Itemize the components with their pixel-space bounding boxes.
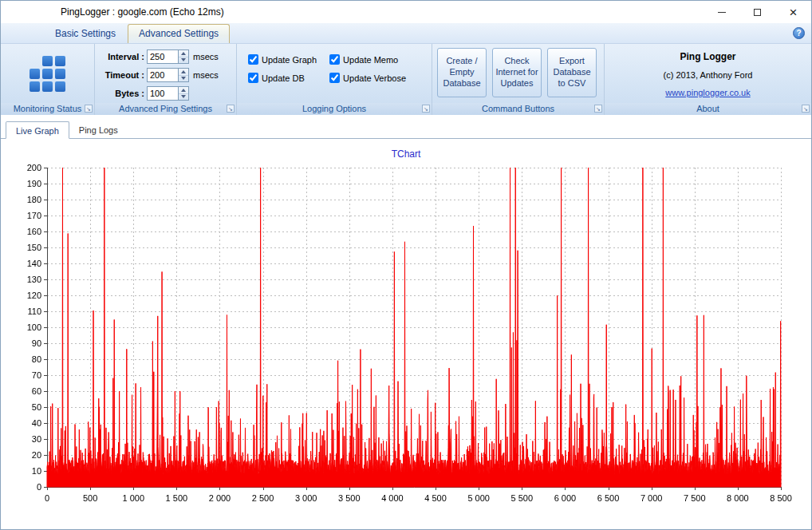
dialog-launcher-icon[interactable]: ↘ bbox=[227, 105, 235, 113]
group-caption-commands-label: Command Buttons bbox=[482, 104, 554, 113]
titlebar: PingLogger : google.com (Echo 12ms) × bbox=[1, 1, 811, 23]
update-verbose-label: Update Verbose bbox=[343, 73, 406, 83]
about-website-link[interactable]: www.pinglogger.co.uk bbox=[665, 88, 750, 97]
ribbon-tab-strip: Basic Settings Advanced Settings ? bbox=[1, 23, 811, 44]
bytes-input[interactable] bbox=[147, 86, 179, 101]
maximize-button[interactable] bbox=[739, 1, 775, 23]
bytes-stepper[interactable] bbox=[179, 86, 189, 101]
monitoring-status-content bbox=[1, 44, 94, 103]
dialog-launcher-icon[interactable]: ↘ bbox=[85, 105, 93, 113]
document-tab-strip: Live Graph Ping Logs bbox=[1, 121, 811, 139]
about-copyright: (c) 2013, Anthony Ford bbox=[664, 70, 753, 80]
ping-chart-canvas bbox=[7, 161, 805, 519]
window-controls: × bbox=[704, 1, 811, 23]
ribbon-tab-advanced-settings[interactable]: Advanced Settings bbox=[128, 24, 230, 43]
monitoring-status-grid-icon bbox=[30, 56, 65, 92]
ping-settings-content: Interval : msecs Timeout : msecs bbox=[95, 44, 236, 103]
ribbon: Monitoring Status ↘ Interval : msecs Tim… bbox=[1, 44, 811, 115]
timeout-field-row: Timeout : msecs bbox=[95, 67, 236, 83]
group-monitoring-status: Monitoring Status ↘ bbox=[1, 44, 95, 115]
interval-field-row: Interval : msecs bbox=[95, 49, 236, 65]
bytes-field-row: Bytes : bbox=[95, 85, 236, 101]
command-buttons-content: Create / Empty Database Check Internet f… bbox=[432, 44, 604, 103]
stepper-down-icon[interactable] bbox=[179, 57, 188, 64]
help-icon[interactable]: ? bbox=[793, 27, 805, 39]
export-database-csv-button[interactable]: Export Database to CSV bbox=[547, 48, 597, 97]
about-app-name: Ping Logger bbox=[680, 51, 736, 62]
group-caption-logging-label: Logging Options bbox=[302, 104, 366, 113]
group-caption-logging: Logging Options ↘ bbox=[237, 103, 432, 115]
group-logging-options: Update Graph Update DB Update Memo Updat… bbox=[237, 44, 432, 115]
group-advanced-ping-settings: Interval : msecs Timeout : msecs bbox=[95, 44, 237, 115]
minimize-button[interactable] bbox=[704, 1, 739, 23]
group-caption-about-label: About bbox=[696, 104, 719, 113]
timeout-input[interactable] bbox=[147, 68, 179, 82]
ribbon-tab-basic-settings[interactable]: Basic Settings bbox=[45, 25, 126, 43]
timeout-unit-label: msecs bbox=[193, 70, 222, 80]
stepper-up-icon[interactable] bbox=[179, 69, 188, 76]
group-about: Ping Logger (c) 2013, Anthony Ford www.p… bbox=[605, 44, 811, 115]
logging-options-content: Update Graph Update DB Update Memo Updat… bbox=[237, 44, 432, 103]
timeout-stepper[interactable] bbox=[179, 68, 189, 82]
minimize-icon bbox=[718, 12, 726, 13]
stepper-down-icon[interactable] bbox=[179, 94, 188, 101]
group-caption-monitoring-label: Monitoring Status bbox=[14, 104, 82, 113]
close-icon: × bbox=[790, 6, 798, 19]
update-graph-checkbox-row[interactable]: Update Graph bbox=[248, 54, 317, 65]
update-db-label: Update DB bbox=[262, 73, 305, 83]
live-graph-panel: TChart bbox=[1, 139, 811, 519]
chart-title: TChart bbox=[7, 148, 805, 160]
maximize-icon bbox=[754, 9, 761, 16]
interval-unit-label: msecs bbox=[193, 52, 222, 61]
update-memo-checkbox-row[interactable]: Update Memo bbox=[329, 54, 406, 65]
update-memo-checkbox[interactable] bbox=[329, 54, 340, 65]
group-caption-ping-settings-label: Advanced Ping Settings bbox=[119, 104, 212, 113]
tab-ping-logs[interactable]: Ping Logs bbox=[69, 121, 128, 138]
update-graph-label: Update Graph bbox=[262, 55, 317, 65]
update-graph-checkbox[interactable] bbox=[248, 54, 258, 65]
group-caption-about: About ↘ bbox=[605, 103, 811, 115]
about-content: Ping Logger (c) 2013, Anthony Ford www.p… bbox=[605, 44, 811, 103]
stepper-up-icon[interactable] bbox=[179, 50, 188, 57]
update-db-checkbox[interactable] bbox=[248, 73, 258, 83]
create-empty-database-button[interactable]: Create / Empty Database bbox=[437, 48, 487, 97]
update-verbose-checkbox-row[interactable]: Update Verbose bbox=[329, 73, 406, 83]
group-caption-monitoring: Monitoring Status ↘ bbox=[1, 103, 94, 115]
close-button[interactable]: × bbox=[775, 1, 811, 23]
group-caption-commands: Command Buttons ↘ bbox=[432, 103, 604, 115]
interval-label: Interval : bbox=[95, 52, 144, 61]
interval-stepper[interactable] bbox=[179, 49, 189, 64]
timeout-label: Timeout : bbox=[95, 70, 144, 80]
dialog-launcher-icon[interactable]: ↘ bbox=[594, 105, 602, 113]
stepper-up-icon[interactable] bbox=[179, 87, 188, 94]
app-window: PingLogger : google.com (Echo 12ms) × Ba… bbox=[0, 0, 812, 530]
update-verbose-checkbox[interactable] bbox=[329, 73, 340, 83]
check-internet-updates-button[interactable]: Check Internet for Updates bbox=[492, 48, 542, 97]
bytes-label: Bytes : bbox=[95, 89, 144, 98]
interval-input[interactable] bbox=[147, 49, 179, 64]
tab-live-graph[interactable]: Live Graph bbox=[6, 121, 69, 139]
dialog-launcher-icon[interactable]: ↘ bbox=[422, 105, 430, 113]
stepper-down-icon[interactable] bbox=[179, 76, 188, 82]
window-title: PingLogger : google.com (Echo 12ms) bbox=[61, 6, 224, 18]
group-caption-ping-settings: Advanced Ping Settings ↘ bbox=[95, 103, 236, 115]
update-memo-label: Update Memo bbox=[343, 55, 398, 65]
dialog-launcher-icon[interactable]: ↘ bbox=[802, 105, 810, 113]
group-command-buttons: Create / Empty Database Check Internet f… bbox=[432, 44, 605, 115]
update-db-checkbox-row[interactable]: Update DB bbox=[248, 73, 317, 83]
